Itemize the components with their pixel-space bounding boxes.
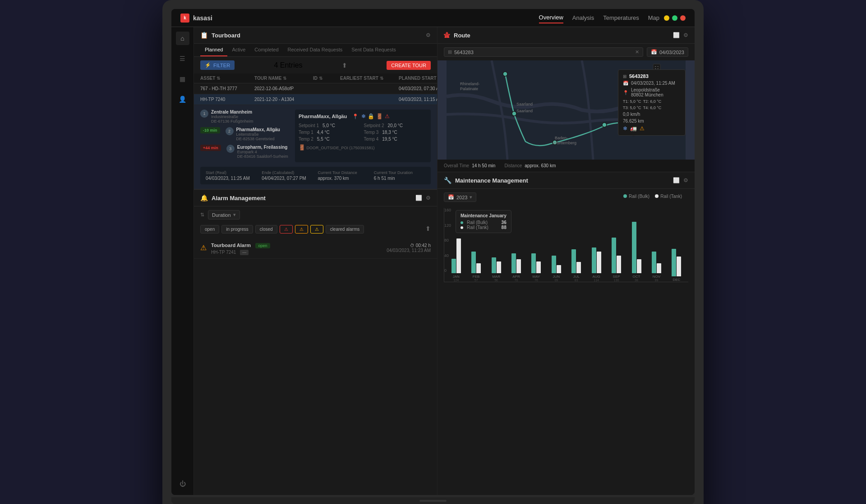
bar-bulk-mar[interactable] — [492, 257, 496, 273]
main-layout: ⌂ ☰ ▦ 👤 ⏻ 📋 Tourboard — [171, 27, 695, 495]
maintenance-section: 🔧 Maintenance Management ⬜ ⚙ 📅 — [438, 172, 695, 495]
bar-tank-jul[interactable] — [576, 262, 581, 273]
logo-area: k kasasi — [180, 14, 212, 23]
tab-sent[interactable]: Sent Data Requests — [347, 44, 400, 56]
bar-bulk-nov[interactable] — [652, 252, 656, 273]
bar-tank-aug[interactable] — [597, 252, 601, 273]
truck-popup-icon: 🚛 — [630, 125, 637, 132]
tab-planned[interactable]: Planned — [200, 44, 227, 56]
year-select[interactable]: 📅 2023 ▾ — [444, 192, 476, 202]
tour-footer: Start (Real) 04/03/2023, 11:25 AM Ende (… — [200, 167, 431, 184]
table-row[interactable]: HH-TP 7240 2021-12-20 - A1304 04/03/2023… — [194, 94, 437, 105]
entries-count: 4 Entries — [274, 61, 302, 69]
stop-number-0: 1 — [200, 110, 208, 118]
bar-bulk-feb[interactable] — [471, 252, 476, 273]
tag-cleared[interactable]: cleared alarms — [326, 225, 364, 234]
alarm-export-button[interactable]: ⬆ — [425, 225, 431, 234]
sidebar-item-users[interactable]: 👤 — [176, 92, 189, 106]
tooltip-tank-value: 88 — [502, 225, 507, 230]
popup-distance: 76.625 km — [623, 119, 644, 124]
alarm-expand-button[interactable]: ⬜ — [415, 195, 422, 201]
tab-active[interactable]: Active — [227, 44, 250, 56]
nav-temperatures[interactable]: Temperatures — [603, 13, 639, 23]
clear-search-icon[interactable]: ✕ — [635, 49, 639, 55]
table-row[interactable]: 767 - HD-TH 3777 2022-12-06-A58ofP 04/03… — [194, 83, 437, 94]
bar-tank-apr[interactable] — [516, 259, 521, 273]
tag-open[interactable]: open — [200, 225, 219, 234]
sort-select[interactable]: Duration ▾ — [208, 210, 240, 220]
tab-received[interactable]: Received Data Requests — [283, 44, 347, 56]
stops-list: 1 Zentrale Mannheim IndustriestraßeDE-67… — [200, 110, 290, 162]
month-label-oct: OCT — [633, 275, 640, 279]
th-earliest: EARLIEST START⇅ — [340, 76, 399, 81]
nav-overview[interactable]: Overview — [539, 12, 563, 23]
td-earliest-0 — [340, 86, 399, 91]
route-expand-button[interactable]: ⬜ — [673, 32, 680, 38]
bar-bulk-oct[interactable] — [632, 222, 636, 273]
bar-bulk-dec[interactable] — [672, 249, 676, 276]
bar-tank-dec[interactable] — [677, 257, 681, 276]
stop-name-0: Zentrale Mannheim — [211, 110, 253, 115]
maint-expand-button[interactable]: ⬜ — [673, 177, 680, 183]
th-asset: ASSET⇅ — [200, 76, 254, 81]
bar-tank-feb[interactable] — [476, 263, 481, 273]
bar-bulk-jun[interactable] — [552, 256, 556, 273]
tag-orange[interactable]: ⚠ — [295, 225, 308, 234]
nav-map[interactable]: Map — [648, 13, 659, 23]
stop-number-1: 2 — [226, 127, 234, 135]
popup-speed: 0,0 km/h — [623, 112, 640, 117]
route-date[interactable]: 📅 04/03/2023 — [647, 47, 688, 57]
bar-bulk-aug[interactable] — [592, 247, 596, 273]
route-distance-label: Distance — [504, 163, 522, 168]
tag-inprogress[interactable]: in progress — [221, 225, 253, 234]
bar-bulk-sep[interactable] — [612, 238, 616, 273]
maint-header: 🔧 Maintenance Management ⬜ ⚙ — [438, 172, 695, 189]
month-group-jul: JUL83 — [567, 249, 586, 282]
warning-popup-icon: ⚠ — [640, 125, 645, 132]
bar-tank-sep[interactable] — [617, 256, 621, 273]
tooltip-title: Maintenance January — [461, 213, 507, 218]
sidebar-item-home[interactable]: ⌂ — [176, 32, 189, 45]
bar-tank-oct[interactable] — [637, 259, 641, 273]
sidebar-item-chart[interactable]: ▦ — [176, 72, 189, 86]
year-value: 2023 — [456, 195, 467, 200]
footer-ende: Ende (Calculated) 04/04/2023, 07:27 PM — [262, 170, 313, 181]
tag-closed[interactable]: closed — [255, 225, 277, 234]
footer-start: Start (Real) 04/03/2023, 11:25 AM — [206, 170, 257, 181]
popup-t1: T1: 5,0 °C — [623, 99, 641, 104]
bar-tank-may[interactable] — [536, 261, 541, 273]
maint-settings-button[interactable]: ⚙ — [683, 177, 688, 183]
create-tour-button[interactable]: CREATE TOUR — [387, 61, 431, 70]
alarm-settings-button[interactable]: ⚙ — [426, 195, 431, 201]
popup-address-row: 📍 Leopoldstraße80802 München — [623, 87, 681, 97]
alarm-item[interactable]: ⚠ Tourboard Alarm open HH-TP 7241 — — [194, 237, 437, 259]
nav-analysis[interactable]: Analysis — [572, 13, 594, 23]
tab-completed[interactable]: Completed — [250, 44, 283, 56]
bar-bulk-apr[interactable] — [511, 253, 516, 273]
close-button[interactable] — [680, 15, 686, 21]
bar-tank-jun[interactable] — [557, 265, 561, 273]
laptop-bottom-bar — [171, 497, 695, 504]
tag-yellow[interactable]: ⚠ — [310, 225, 323, 234]
sidebar-item-list[interactable]: ☰ — [176, 52, 189, 65]
alarm-icon: 🔔 — [200, 194, 208, 202]
stop-addr-2: Europark 4DE-83416 Saaldorf-Surheim — [237, 150, 288, 159]
route-search[interactable]: ⊞ 5643283 ✕ — [444, 47, 643, 57]
bar-tank-nov[interactable] — [657, 263, 661, 273]
maximize-button[interactable] — [672, 15, 677, 21]
sidebar-item-power[interactable]: ⏻ — [176, 477, 189, 490]
minimize-button[interactable] — [664, 15, 669, 21]
snowflake-icon: ❄ — [361, 113, 366, 119]
route-settings-button[interactable]: ⚙ — [683, 32, 688, 38]
bar-bulk-jul[interactable] — [571, 249, 576, 273]
bar-tank-mar[interactable] — [497, 261, 501, 273]
filter-button[interactable]: ⚡ FILTER — [200, 60, 235, 70]
temp-row-4: Temp 3 18,3 °C — [364, 130, 428, 135]
tourboard-settings-button[interactable]: ⚙ — [426, 32, 431, 38]
month-sub-jun: 09 — [554, 279, 558, 282]
bar-bulk-may[interactable] — [531, 253, 536, 273]
popup-speed-row: 0,0 km/h — [623, 112, 681, 117]
bar-tank-jan[interactable] — [456, 238, 461, 273]
export-icon: ⬆ — [342, 62, 347, 69]
tag-red[interactable]: ⚠ — [280, 225, 293, 234]
